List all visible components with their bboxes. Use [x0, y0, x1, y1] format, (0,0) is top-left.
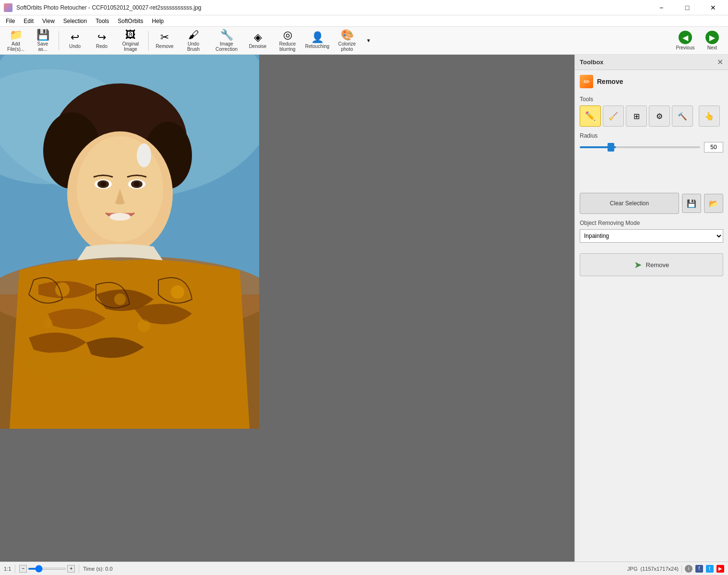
status-divider-3	[681, 564, 682, 573]
stamp-tool-button[interactable]: 👆	[699, 106, 720, 127]
toolbox-header: Toolbox ✕	[575, 55, 728, 70]
toolbar-undo-brush-button[interactable]: 🖌 UndoBrush	[179, 29, 208, 53]
select-rect-tool-button[interactable]: ⊞	[626, 106, 647, 127]
title-bar: SoftOrbits Photo Retoucher - CCF01052012…	[0, 0, 728, 15]
load-selection-icon: 📂	[709, 199, 718, 208]
toolbar-colorize-photo-button[interactable]: 🎨 Colorizephoto	[331, 29, 363, 53]
pencil-icon: ✏️	[585, 111, 596, 121]
radius-value-input[interactable]: 50	[704, 142, 723, 153]
remove-tool-icon: ✏	[580, 75, 593, 88]
menu-selection[interactable]: Selection	[60, 16, 91, 26]
select-rect-icon: ⊞	[633, 112, 640, 121]
toolbox-close-button[interactable]: ✕	[717, 58, 723, 67]
stamp-icon: 👆	[704, 112, 714, 121]
clear-selection-button[interactable]: Clear Selection	[580, 193, 679, 214]
menu-tools[interactable]: Tools	[92, 16, 113, 26]
original-image-label: OriginalImage	[122, 41, 139, 52]
zoom-in-button[interactable]: +	[67, 565, 75, 573]
object-removing-mode-select[interactable]: Inpainting Content Aware Move	[580, 229, 723, 243]
save-selection-button[interactable]: 💾	[682, 194, 701, 213]
image-correction-icon: 🔧	[220, 30, 233, 40]
magic-wand-tool-button[interactable]: ⚙	[649, 106, 670, 127]
status-divider-2	[79, 564, 79, 573]
info-button[interactable]: i	[685, 565, 692, 573]
menu-edit[interactable]: Edit	[20, 16, 37, 26]
time-label: Time (s): 0.0	[83, 566, 112, 572]
title-text: SoftOrbits Photo Retoucher - CCF01052012…	[16, 4, 646, 11]
main-content: Toolbox ✕ ✏ Remove Tools ✏️ 🧹	[0, 55, 728, 562]
toolbar-retouching-button[interactable]: 👤 Retouching	[304, 29, 330, 53]
zoom-out-button[interactable]: −	[19, 565, 27, 573]
remove-action-button[interactable]: ➤ Remove	[580, 253, 723, 276]
next-circle: ▶	[705, 31, 719, 44]
retouching-icon: 👤	[311, 32, 324, 43]
next-button[interactable]: ▶ Next	[699, 29, 725, 53]
menu-view[interactable]: View	[38, 16, 59, 26]
remove-label: Remove	[155, 44, 173, 49]
tools-buttons-row: ✏️ 🧹 ⊞ ⚙ 🔨	[580, 106, 723, 127]
close-button[interactable]: ✕	[702, 0, 724, 15]
remove-header-row: ✏ Remove	[580, 75, 723, 88]
toolbar-redo-button[interactable]: ↪ Redo	[89, 29, 115, 53]
facebook-button[interactable]: f	[695, 565, 703, 573]
eraser-tool-button[interactable]: 🧹	[603, 106, 624, 127]
previous-button[interactable]: ◀ Previous	[672, 29, 698, 53]
previous-circle: ◀	[679, 31, 692, 44]
denoise-label: Denoise	[249, 44, 267, 49]
tools-section: Tools ✏️ 🧹 ⊞ ⚙	[580, 96, 723, 127]
menu-softorbits[interactable]: SoftOrbits	[114, 16, 147, 26]
image-area[interactable]	[0, 55, 574, 562]
radius-slider[interactable]	[580, 146, 700, 148]
toolbox-title: Toolbox	[580, 59, 604, 66]
undo-icon: ↩	[71, 32, 79, 43]
denoise-icon: ◈	[254, 32, 262, 43]
toolbar-denoise-button[interactable]: ◈ Denoise	[245, 29, 271, 53]
add-files-icon: 📁	[10, 30, 23, 40]
time-item: Time (s): 0.0	[83, 566, 112, 572]
toolbar-expand-button[interactable]: ▼	[364, 29, 373, 53]
retouching-label: Retouching	[305, 44, 330, 49]
pencil-tool-button[interactable]: ✏️	[580, 106, 601, 127]
minimize-button[interactable]: −	[650, 0, 672, 15]
maximize-button[interactable]: □	[676, 0, 698, 15]
zoom-slider[interactable]	[28, 568, 66, 570]
status-bar: 1:1 − + Time (s): 0.0 JPG (1157x1717x24)…	[0, 562, 728, 575]
toolbox-content: ✏ Remove Tools ✏️ 🧹 ⊞	[575, 70, 728, 281]
save-selection-icon: 💾	[687, 199, 696, 208]
reduce-blurring-label: Reduceblurring	[279, 41, 296, 52]
save-as-label: Saveas...	[37, 41, 48, 52]
object-removing-mode-label: Object Removing Mode	[580, 220, 723, 226]
image-correction-label: ImageCorrection	[215, 41, 238, 52]
undo-brush-icon: 🖌	[188, 30, 199, 40]
load-selection-button[interactable]: 📂	[704, 194, 723, 213]
remove-action-icon: ➤	[634, 259, 642, 270]
app-icon	[4, 3, 12, 12]
colorize-photo-icon: 🎨	[341, 30, 354, 40]
clear-selection-row: Clear Selection 💾 📂	[580, 193, 723, 214]
toolbar: 📁 AddFile(s)... 💾 Saveas... ↩ Undo ↪ Red…	[0, 27, 728, 55]
svg-rect-25	[0, 55, 259, 429]
toolbar-save-as-button[interactable]: 💾 Saveas...	[30, 29, 56, 53]
previous-label: Previous	[676, 45, 695, 50]
wrench-tool-button[interactable]: 🔨	[672, 106, 693, 127]
twitter-button[interactable]: t	[706, 565, 714, 573]
toolbar-image-correction-button[interactable]: 🔧 ImageCorrection	[209, 29, 244, 53]
toolbar-undo-button[interactable]: ↩ Undo	[62, 29, 88, 53]
youtube-button[interactable]: ▶	[716, 565, 724, 573]
tools-section-title: Tools	[580, 96, 723, 103]
status-right: JPG (1157x1717x24) i f t ▶	[627, 564, 724, 573]
toolbox-panel: Toolbox ✕ ✏ Remove Tools ✏️ 🧹	[574, 55, 728, 562]
toolbar-add-files-button[interactable]: 📁 AddFile(s)...	[3, 29, 29, 53]
menu-file[interactable]: File	[2, 16, 19, 26]
status-divider-1	[15, 564, 15, 573]
image-svg	[0, 55, 259, 429]
add-files-label: AddFile(s)...	[7, 41, 24, 52]
object-removing-mode-section: Object Removing Mode Inpainting Content …	[580, 220, 723, 243]
menu-help[interactable]: Help	[148, 16, 168, 26]
remove-icon: ✂	[160, 32, 169, 43]
save-as-icon: 💾	[36, 30, 49, 40]
toolbar-reduce-blurring-button[interactable]: ◎ Reduceblurring	[272, 29, 303, 53]
toolbar-remove-button[interactable]: ✂ Remove	[152, 29, 178, 53]
toolbar-original-image-button[interactable]: 🖼 OriginalImage	[116, 29, 145, 53]
toolbar-divider-1	[59, 31, 59, 50]
